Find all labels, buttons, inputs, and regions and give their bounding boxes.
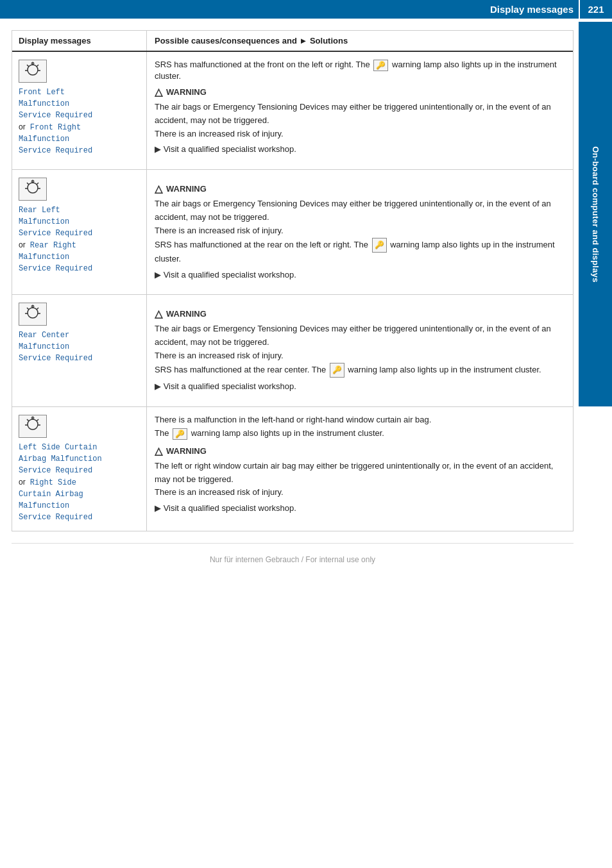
warning-block-row3: △ WARNING The air bags or Emergency Tens…	[155, 308, 565, 393]
bullet-row3: Visit a qualified specialist workshop.	[155, 380, 565, 394]
cell-right-row4: There is a malfunction in the left-hand …	[147, 407, 573, 531]
cell-left-row1: Front Left Malfunction Service Required …	[12, 52, 147, 169]
inline-warning-icon-row4: 🔑	[173, 428, 187, 440]
warning-block-row4: △ WARNING The left or right window curta…	[155, 445, 565, 515]
msg-row3: Rear Center Malfunction Service Required	[19, 330, 92, 364]
side-label-container: On-board computer and displays	[579, 22, 612, 406]
warning-body-row4: The left or right window curtain air bag…	[155, 460, 565, 515]
header-bar: Display messages 221	[0, 0, 612, 19]
msg-row4: Left Side Curtain Airbag Malfunction Ser…	[19, 442, 102, 523]
airbag-icon-row1	[22, 61, 43, 82]
page-number-badge: 221	[579, 0, 612, 19]
warning-label-row1: WARNING	[166, 87, 207, 97]
inline-warning-icon-row1: 🔑	[373, 60, 388, 71]
row4-intro-text: There is a malfunction in the left-hand …	[155, 415, 565, 424]
warning-triangle-icon-row1: △	[155, 86, 162, 98]
airbag-icon-row2	[22, 179, 43, 200]
col-right-header: Possible causes/consequences and ► Solut…	[147, 31, 573, 51]
warning-triangle-icon-row3: △	[155, 308, 162, 320]
airbag-icon-box-row3	[19, 303, 47, 326]
page-number: 221	[588, 4, 604, 15]
warning-body-row1: The air bags or Emergency Tensioning Dev…	[155, 101, 565, 156]
warning-title-row2: △ WARNING	[155, 183, 565, 195]
warning-title-row1: △ WARNING	[155, 86, 565, 98]
side-label: On-board computer and displays	[591, 146, 600, 283]
inline-warning-icon-row3: 🔑	[330, 363, 344, 378]
table-row: Front Left Malfunction Service Required …	[12, 52, 573, 170]
airbag-icon-row4	[22, 415, 43, 437]
warning-body-row3: The air bags or Emergency Tensioning Dev…	[155, 322, 565, 393]
col-left-header: Display messages	[12, 31, 147, 51]
warning-label-row3: WARNING	[166, 309, 207, 319]
table-row: Left Side Curtain Airbag Malfunction Ser…	[12, 407, 573, 531]
bullet-row4: Visit a qualified specialist workshop.	[155, 502, 565, 515]
row4-lamp-text: The 🔑 warning lamp also lights up in the…	[155, 428, 565, 440]
col-right-header-text: Possible causes/consequences and ► Solut…	[155, 36, 348, 46]
warning-triangle-icon-row4: △	[155, 445, 162, 457]
cell-right-row3: △ WARNING The air bags or Emergency Tens…	[147, 295, 573, 406]
warning-body-row2: The air bags or Emergency Tensioning Dev…	[155, 197, 565, 281]
cell-left-row4: Left Side Curtain Airbag Malfunction Ser…	[12, 407, 147, 531]
bullet-row1: Visit a qualified specialist workshop.	[155, 143, 565, 156]
header-title: Display messages	[490, 4, 574, 15]
table-row: Rear Left Malfunction Service Required o…	[12, 170, 573, 295]
footer: Nur für internen Gebrauch / For internal…	[12, 543, 574, 571]
msg-row2: Rear Left Malfunction Service Required o…	[19, 204, 92, 274]
warning-label-row2: WARNING	[166, 184, 207, 194]
table-header: Display messages Possible causes/consequ…	[12, 31, 573, 52]
main-content: Display messages Possible causes/consequ…	[12, 30, 574, 531]
warning-block-row1: △ WARNING The air bags or Emergency Tens…	[155, 86, 565, 156]
inline-warning-icon-row2: 🔑	[372, 238, 387, 253]
airbag-icon-row3	[22, 304, 43, 325]
cell-right-row2: △ WARNING The air bags or Emergency Tens…	[147, 170, 573, 294]
warning-block-row2: △ WARNING The air bags or Emergency Tens…	[155, 183, 565, 281]
warning-triangle-icon-row2: △	[155, 183, 162, 195]
airbag-icon-box-row1	[19, 60, 47, 83]
bullet-row2: Visit a qualified specialist workshop.	[155, 269, 565, 282]
airbag-icon-box-row2	[19, 178, 47, 201]
row1-intro-text: SRS has malfunctioned at the front on th…	[155, 60, 565, 81]
msg-row1: Front Left Malfunction Service Required …	[19, 87, 92, 156]
airbag-icon-box-row4	[19, 415, 47, 438]
cell-left-row3: Rear Center Malfunction Service Required	[12, 295, 147, 406]
cell-right-row1: SRS has malfunctioned at the front on th…	[147, 52, 573, 169]
footer-text: Nur für internen Gebrauch / For internal…	[210, 555, 375, 564]
table-row: Rear Center Malfunction Service Required…	[12, 295, 573, 406]
warning-label-row4: WARNING	[166, 446, 207, 456]
cell-left-row2: Rear Left Malfunction Service Required o…	[12, 170, 147, 294]
warning-title-row3: △ WARNING	[155, 308, 565, 320]
warning-title-row4: △ WARNING	[155, 445, 565, 457]
